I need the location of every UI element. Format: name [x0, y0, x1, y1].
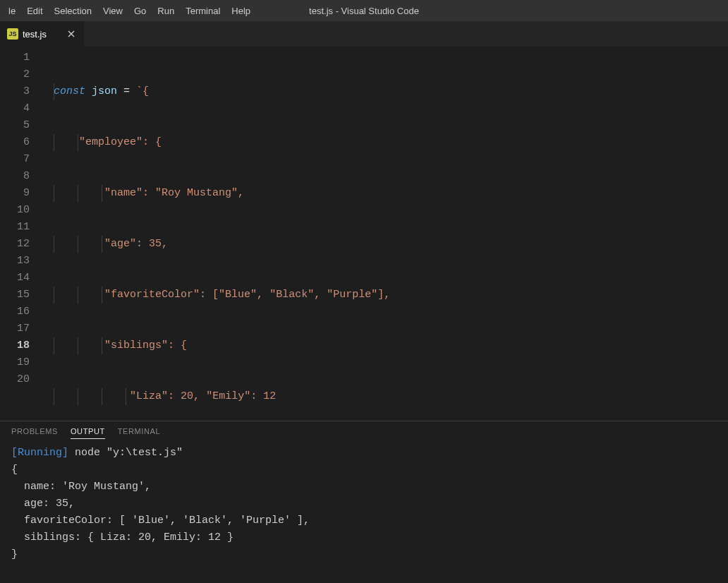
line-number: 19 [0, 354, 30, 371]
line-number: 1 [0, 49, 30, 66]
tab-terminal[interactable]: TERMINAL [118, 427, 160, 439]
line-number: 15 [0, 287, 30, 303]
line-number: 7 [0, 151, 30, 168]
output-text: age: 35, [11, 498, 75, 510]
code-line[interactable]: "employee": { [42, 134, 728, 151]
menu-file[interactable]: le [3, 0, 21, 21]
code-line[interactable]: const json = `{ [42, 83, 728, 100]
line-number: 3 [0, 83, 30, 100]
tab-filename: test.js [23, 29, 47, 40]
tab-output[interactable]: OUTPUT [71, 427, 105, 439]
code-area[interactable]: const json = `{ "employee": { "name": "R… [42, 47, 728, 421]
title-bar: le Edit Selection View Go Run Terminal H… [0, 0, 728, 21]
code-line[interactable]: "age": 35, [42, 236, 728, 253]
editor[interactable]: 1 2 3 4 5 6 7 8 9 10 11 12 13 14 15 16 1… [0, 47, 728, 421]
menu-run[interactable]: Run [152, 0, 180, 21]
line-number: 16 [0, 303, 30, 320]
tab-problems[interactable]: PROBLEMS [11, 427, 58, 439]
js-file-icon: JS [7, 28, 18, 40]
menu-selection[interactable]: Selection [49, 0, 97, 21]
line-number: 2 [0, 66, 30, 83]
line-gutter: 1 2 3 4 5 6 7 8 9 10 11 12 13 14 15 16 1… [0, 47, 42, 421]
line-number: 6 [0, 134, 30, 151]
line-number: 10 [0, 202, 30, 219]
line-number: 8 [0, 168, 30, 185]
output-text: { [11, 464, 18, 476]
output-text: node "y:\test.js" [68, 447, 183, 459]
output-text: siblings: { Liza: 20, Emily: 12 } [11, 531, 233, 543]
output-text: name: 'Roy Mustang', [11, 481, 151, 493]
bottom-panel: PROBLEMS OUTPUT TERMINAL [Running] node … [0, 421, 728, 583]
line-number: 14 [0, 270, 30, 287]
line-number: 9 [0, 185, 30, 202]
panel-tabs: PROBLEMS OUTPUT TERMINAL [0, 421, 728, 445]
line-number: 13 [0, 253, 30, 270]
output-text: } [11, 548, 18, 560]
code-line[interactable]: "Liza": 20, "Emily": 12 [42, 388, 728, 405]
tab-testjs[interactable]: JS test.js [0, 21, 85, 47]
menu-terminal[interactable]: Terminal [180, 0, 226, 21]
output-text: favoriteColor: [ 'Blue', 'Black', 'Purpl… [11, 515, 310, 527]
line-number: 17 [0, 320, 30, 337]
menu-edit[interactable]: Edit [21, 0, 48, 21]
line-number: 18 [0, 337, 30, 354]
line-number: 5 [0, 117, 30, 134]
menu-go[interactable]: Go [128, 0, 152, 21]
line-number: 4 [0, 100, 30, 117]
line-number: 12 [0, 236, 30, 253]
output-running-tag: [Running] [11, 447, 68, 459]
line-number: 20 [0, 371, 30, 388]
code-line[interactable]: "name": "Roy Mustang", [42, 185, 728, 202]
menu-help[interactable]: Help [226, 0, 256, 21]
editor-tabs: JS test.js [0, 21, 728, 47]
menu-view[interactable]: View [97, 0, 128, 21]
menu-bar: le Edit Selection View Go Run Terminal H… [3, 0, 256, 21]
line-number: 11 [0, 219, 30, 236]
code-line[interactable]: "favoriteColor": ["Blue", "Black", "Purp… [42, 287, 728, 303]
code-line[interactable]: "siblings": { [42, 337, 728, 354]
output-view[interactable]: [Running] node "y:\test.js" { name: 'Roy… [0, 445, 728, 583]
close-icon[interactable] [66, 28, 77, 40]
